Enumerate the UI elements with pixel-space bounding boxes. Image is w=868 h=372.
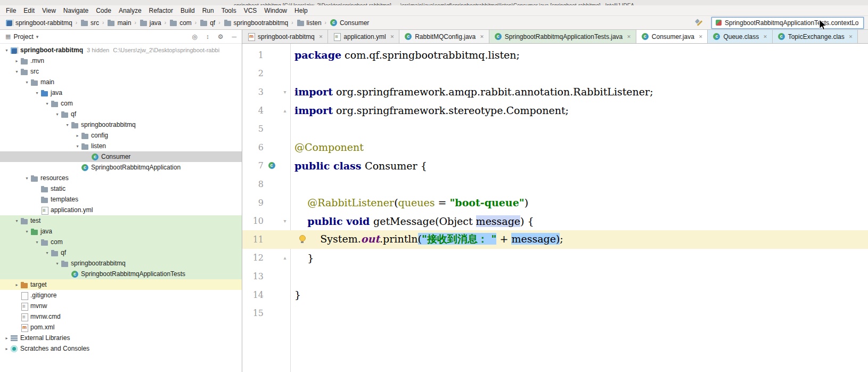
- code-editor[interactable]: 1package com.qf.springbootrabbitmq.liste…: [242, 44, 868, 372]
- tab-RabbitMQConfig.java[interactable]: RabbitMQConfig.java✕: [399, 30, 489, 43]
- breadcrumb-item-listen[interactable]: listen: [296, 19, 323, 27]
- chevron-down-icon[interactable]: ▾: [44, 101, 51, 106]
- chevron-down-icon[interactable]: ▾: [34, 240, 40, 245]
- editor-line-2[interactable]: 2: [242, 64, 868, 83]
- chevron-down-icon[interactable]: ▾: [54, 112, 61, 117]
- tree-item-java[interactable]: ▾java: [0, 226, 242, 237]
- chevron-down-icon[interactable]: ▾: [36, 34, 39, 39]
- class-gutter-icon[interactable]: [268, 162, 276, 169]
- editor-line-7[interactable]: 7public class Consumer {: [242, 157, 868, 175]
- close-icon[interactable]: ✕: [319, 34, 323, 39]
- build-hammer-icon[interactable]: [694, 18, 704, 28]
- editor-line-14[interactable]: 14}: [242, 286, 868, 304]
- tree-item-Scratches and Consoles[interactable]: ▸Scratches and Consoles: [0, 343, 242, 354]
- close-icon[interactable]: ✕: [849, 34, 853, 39]
- tree-item-.mvn[interactable]: ▸.mvn: [0, 55, 242, 66]
- chevron-down-icon[interactable]: ▾: [13, 69, 20, 74]
- editor-line-5[interactable]: 5: [242, 119, 868, 138]
- menu-item-tools[interactable]: Tools: [218, 7, 240, 14]
- editor-line-10[interactable]: 10▾ public void getMessage(Object messag…: [242, 212, 868, 230]
- tree-item-config[interactable]: ▸config: [0, 130, 242, 141]
- chevron-right-icon[interactable]: ▸: [3, 336, 10, 341]
- editor-line-9[interactable]: 9 @RabbitListener(queues = "boot-queue"): [242, 193, 868, 212]
- editor-line-3[interactable]: 3▾import org.springframework.amqp.rabbit…: [242, 83, 868, 101]
- breadcrumb-item-springboot-rabbitmq[interactable]: springboot-rabbitmq: [4, 19, 73, 27]
- tree-item-.gitignore[interactable]: .gitignore: [0, 290, 242, 301]
- code-text[interactable]: public void getMessage(Object message) {: [290, 215, 534, 227]
- chevron-down-icon[interactable]: ▾: [23, 176, 30, 181]
- code-text[interactable]: }: [290, 252, 314, 264]
- tree-item-springboot-rabbitmq[interactable]: ▾springboot-rabbitmq3 hiddenC:\Users\zjw…: [0, 45, 242, 55]
- code-text[interactable]: package com.qf.springbootrabbitmq.listen…: [290, 49, 520, 61]
- menu-item-navigate[interactable]: Navigate: [60, 7, 92, 14]
- chevron-right-icon[interactable]: ▸: [13, 282, 20, 287]
- tree-item-mvnw[interactable]: mvnw: [0, 301, 242, 311]
- tree-item-pom.xml[interactable]: pom.xml: [0, 322, 242, 333]
- locate-icon[interactable]: ◎: [192, 33, 197, 41]
- editor-line-6[interactable]: 6@Component: [242, 138, 868, 157]
- tree-item-springbootrabbitmq[interactable]: ▾springbootrabbitmq: [0, 119, 242, 130]
- tab-SpringbootRabbitmqApplicationTests.java[interactable]: SpringbootRabbitmqApplicationTests.java✕: [489, 30, 636, 43]
- tree-item-listen[interactable]: ▾listen: [0, 141, 242, 151]
- code-text[interactable]: public class Consumer {: [290, 160, 427, 172]
- fold-end-icon[interactable]: ▴: [283, 108, 286, 114]
- menu-item-view[interactable]: View: [38, 7, 60, 14]
- breadcrumb-item-springbootrabbitmq[interactable]: springbootrabbitmq: [223, 19, 290, 27]
- tree-item-test[interactable]: ▾test: [0, 215, 242, 226]
- tree-item-qf[interactable]: ▾qf: [0, 109, 242, 119]
- breadcrumb-item-java[interactable]: java: [138, 19, 162, 27]
- close-icon[interactable]: ✕: [627, 34, 631, 39]
- chevron-down-icon[interactable]: ▾: [23, 80, 30, 85]
- chevron-down-icon[interactable]: ▾: [34, 91, 40, 95]
- breadcrumb-item-Consumer[interactable]: Consumer: [329, 19, 370, 27]
- menu-item-code[interactable]: Code: [92, 7, 115, 14]
- tree-item-main[interactable]: ▾main: [0, 77, 242, 87]
- fold-start-icon[interactable]: ▾: [283, 89, 286, 95]
- code-text[interactable]: @Component: [290, 141, 364, 153]
- tree-item-templates[interactable]: templates: [0, 194, 242, 205]
- intention-bulb-icon[interactable]: [299, 235, 306, 243]
- tab-springboot-rabbitmq[interactable]: springboot-rabbitmq✕: [242, 30, 328, 43]
- close-icon[interactable]: ✕: [763, 34, 767, 39]
- tree-item-springbootrabbitmq[interactable]: ▾springbootrabbitmq: [0, 258, 242, 269]
- tree-item-resources[interactable]: ▾resources: [0, 173, 242, 183]
- menu-item-help[interactable]: Help: [291, 7, 312, 14]
- close-icon[interactable]: ✕: [699, 34, 703, 39]
- chevron-down-icon[interactable]: ▾: [44, 250, 51, 255]
- chevron-down-icon[interactable]: ▾: [23, 229, 30, 234]
- close-icon[interactable]: ✕: [480, 34, 484, 39]
- menu-item-edit[interactable]: Edit: [20, 7, 38, 14]
- editor-line-11[interactable]: 11 System.out.println("接收到消息： " + messag…: [242, 230, 868, 249]
- tree-item-com[interactable]: ▾com: [0, 237, 242, 247]
- editor-line-8[interactable]: 8: [242, 175, 868, 193]
- menu-item-run[interactable]: Run: [199, 7, 218, 14]
- tree-item-SpringbootRabbitmqApplication[interactable]: SpringbootRabbitmqApplication: [0, 162, 242, 173]
- code-text[interactable]: @RabbitListener(queues = "boot-queue"): [290, 197, 528, 208]
- chevron-right-icon[interactable]: ▸: [13, 59, 20, 63]
- tree-item-Consumer[interactable]: Consumer: [0, 151, 242, 162]
- editor-line-1[interactable]: 1package com.qf.springbootrabbitmq.liste…: [242, 46, 868, 64]
- editor-line-15[interactable]: 15: [242, 304, 868, 322]
- chevron-down-icon[interactable]: ▾: [64, 123, 71, 127]
- tab-TopicExchange.clas[interactable]: TopicExchange.clas✕: [773, 30, 858, 43]
- tab-Consumer.java[interactable]: Consumer.java✕: [636, 30, 708, 43]
- chevron-down-icon[interactable]: ▾: [74, 144, 81, 149]
- breadcrumb-item-main[interactable]: main: [106, 19, 132, 27]
- settings-icon[interactable]: ⚙: [218, 33, 224, 41]
- menu-item-build[interactable]: Build: [177, 7, 199, 14]
- menu-item-refactor[interactable]: Refactor: [145, 7, 177, 14]
- tree-item-mvnw.cmd[interactable]: mvnw.cmd: [0, 311, 242, 322]
- chevron-right-icon[interactable]: ▸: [74, 133, 81, 138]
- tree-item-static[interactable]: static: [0, 183, 242, 194]
- chevron-down-icon[interactable]: ▾: [3, 48, 10, 53]
- tree-item-External Libraries[interactable]: ▸External Libraries: [0, 333, 242, 343]
- tree-item-com[interactable]: ▾com: [0, 98, 242, 109]
- menu-item-analyze[interactable]: Analyze: [115, 7, 145, 14]
- chevron-down-icon[interactable]: ▾: [13, 219, 20, 223]
- tree-item-application.yml[interactable]: application.yml: [0, 205, 242, 215]
- tab-application.yml[interactable]: application.yml✕: [328, 30, 399, 43]
- code-text[interactable]: }: [290, 289, 301, 301]
- menu-item-vcs[interactable]: VCS: [240, 7, 261, 14]
- breadcrumb-item-com[interactable]: com: [168, 19, 193, 27]
- run-configuration-select[interactable]: SpringbootRabbitmqApplicationTests.conte…: [711, 17, 864, 29]
